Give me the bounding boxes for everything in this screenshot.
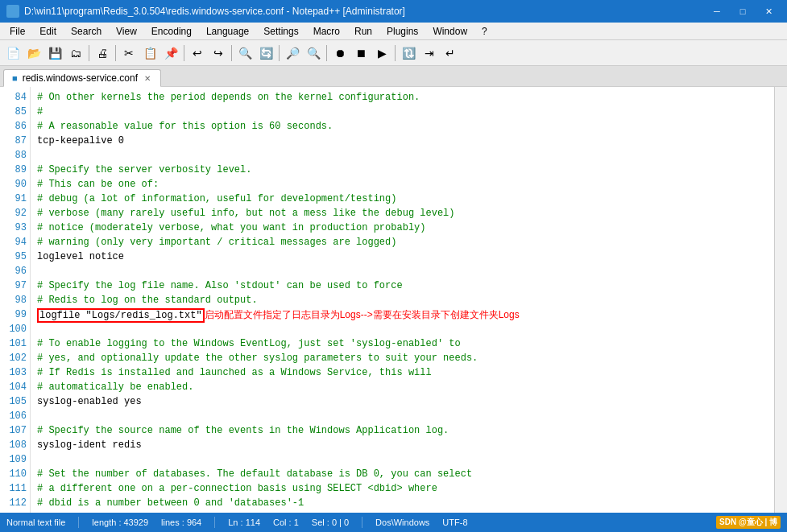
code-line: # debug (a lot of information, useful fo… (37, 192, 768, 206)
code-line: # Redis to log on the standard output. (37, 293, 768, 307)
highlighted-code: logfile "Logs/redis_log.txt" (37, 308, 205, 323)
tb-find[interactable]: 🔍 (235, 43, 255, 63)
maximize-button[interactable]: □ (731, 3, 755, 19)
tb-macro[interactable]: ⏺ (330, 43, 350, 63)
code-line: # On other kernels the period depends on… (37, 90, 768, 105)
line-number: 104 (5, 380, 27, 394)
menu-window[interactable]: Window (426, 24, 474, 39)
code-line: syslog-enabled yes (37, 394, 768, 409)
tb-sep1 (89, 45, 89, 61)
code-line: # a different one on a per-connection ba… (37, 481, 768, 496)
code-line: # Specify the log file name. Also 'stdou… (37, 278, 768, 293)
menu-macro[interactable]: Macro (307, 24, 346, 39)
status-bar: Normal text file length : 43929 lines : … (0, 513, 787, 532)
line-number: 92 (5, 206, 27, 221)
menu-file[interactable]: File (3, 24, 31, 39)
app-icon (6, 5, 19, 18)
line-number: 89 (5, 163, 27, 177)
tb-zoom-out[interactable]: 🔍 (304, 43, 323, 63)
tb-paste[interactable]: 📌 (161, 43, 180, 63)
menu-help[interactable]: ? (475, 24, 494, 39)
minimize-button[interactable]: ─ (705, 3, 729, 19)
menu-search[interactable]: Search (64, 24, 108, 39)
tb-redo[interactable]: ↪ (209, 43, 228, 63)
line-number: 101 (5, 336, 27, 351)
tb-macro-stop[interactable]: ⏹ (351, 43, 371, 63)
line-number: 102 (5, 351, 27, 365)
tab-label: redis.windows-service.conf (23, 72, 138, 84)
line-number: 108 (5, 438, 27, 452)
status-encoding: UTF-8 (442, 518, 467, 527)
menu-bar: File Edit Search View Encoding Language … (0, 23, 787, 40)
tb-undo[interactable]: ↩ (188, 43, 207, 63)
title-bar: D:\win11\program\Redis_3.0.504\redis.win… (0, 0, 787, 23)
line-number: 100 (5, 322, 27, 336)
menu-language[interactable]: Language (200, 24, 255, 39)
tb-zoom-in[interactable]: 🔎 (283, 43, 302, 63)
code-editor[interactable]: # On other kernels the period depends on… (31, 87, 774, 513)
title-bar-left: D:\win11\program\Redis_3.0.504\redis.win… (6, 5, 405, 18)
status-sep2 (214, 517, 215, 528)
close-button[interactable]: ✕ (756, 3, 781, 19)
status-length: length : 43929 (92, 518, 148, 527)
code-line: # warning (only very important / critica… (37, 235, 768, 250)
menu-encoding[interactable]: Encoding (145, 24, 198, 39)
tb-wrap[interactable]: ↵ (441, 43, 460, 63)
line-number: 103 (5, 365, 27, 380)
status-right: SDN @童心 | 博 (716, 516, 781, 529)
line-number: 96 (5, 264, 27, 278)
code-line: loglevel notice (37, 250, 768, 264)
line-number: 94 (5, 235, 27, 250)
status-file-type: Normal text file (6, 518, 65, 527)
code-line: # automatically be enabled. (37, 380, 768, 394)
status-sep3 (362, 517, 362, 528)
code-line: # A reasonable value for this option is … (37, 119, 768, 134)
code-line: # notice (moderately verbose, what you w… (37, 221, 768, 235)
tb-replace[interactable]: 🔄 (256, 43, 275, 63)
line-number: 105 (5, 394, 27, 409)
line-number: 90 (5, 177, 27, 192)
code-line: # verbose (many rarely useful info, but … (37, 206, 768, 221)
code-line: # Specify the source name of the events … (37, 423, 768, 438)
line-number: 111 (5, 481, 27, 496)
tb-sep3 (184, 45, 184, 61)
code-line: syslog-ident redis (37, 438, 768, 452)
line-number: 84 (5, 90, 27, 105)
tab-close-icon[interactable]: ✕ (143, 73, 152, 84)
code-line: # (37, 105, 768, 119)
line-number: 97 (5, 278, 27, 293)
vertical-scrollbar[interactable] (774, 87, 787, 513)
tb-saveall[interactable]: 🗂 (66, 43, 85, 63)
tb-print[interactable]: 🖨 (93, 43, 112, 63)
tb-open[interactable]: 📂 (24, 43, 43, 63)
code-line: # Set the number of databases. The defau… (37, 467, 768, 481)
tb-copy[interactable]: 📋 (140, 43, 159, 63)
status-lines: lines : 964 (161, 518, 201, 527)
code-line: # This can be one of: (37, 177, 768, 192)
tb-cut[interactable]: ✂ (119, 43, 139, 63)
tb-new[interactable]: 📄 (3, 43, 23, 63)
line-number: 85 (5, 105, 27, 119)
tb-macro-play[interactable]: ▶ (372, 43, 391, 63)
code-line (37, 452, 768, 467)
tb-sync[interactable]: 🔃 (399, 43, 418, 63)
window-controls[interactable]: ─ □ ✕ (705, 3, 781, 19)
sdn-badge: SDN @童心 | 博 (716, 516, 781, 529)
tb-indent[interactable]: ⇥ (420, 43, 439, 63)
menu-plugins[interactable]: Plugins (380, 24, 425, 39)
menu-view[interactable]: View (110, 24, 143, 39)
tb-sep7 (395, 45, 396, 61)
line-number: 107 (5, 423, 27, 438)
menu-edit[interactable]: Edit (33, 24, 63, 39)
status-sel: Sel : 0 | 0 (312, 518, 349, 527)
code-line: # yes, and optionally update the other s… (37, 351, 768, 365)
line-number: 93 (5, 221, 27, 235)
toolbar: 📄 📂 💾 🗂 🖨 ✂ 📋 📌 ↩ ↪ 🔍 🔄 🔎 🔍 ⏺ ⏹ ▶ 🔃 ⇥ ↵ (0, 40, 787, 66)
line-number: 88 (5, 148, 27, 163)
code-line: # If Redis is installed and launched as … (37, 365, 768, 380)
menu-settings[interactable]: Settings (257, 24, 304, 39)
menu-run[interactable]: Run (348, 24, 379, 39)
tb-save[interactable]: 💾 (45, 43, 64, 63)
tab-redis-conf[interactable]: ■ redis.windows-service.conf ✕ (3, 69, 161, 87)
tb-sep2 (115, 45, 116, 61)
